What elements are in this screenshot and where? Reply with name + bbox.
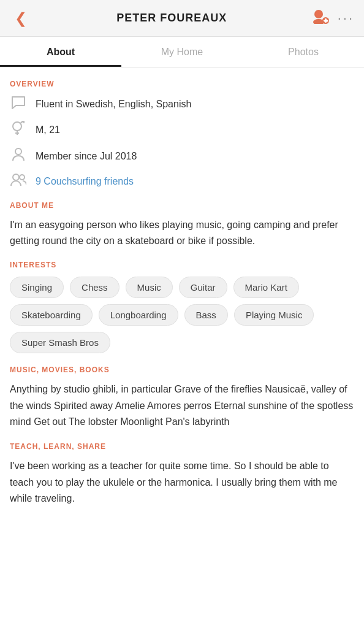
tab-my-home[interactable]: My Home — [121, 37, 243, 67]
svg-point-6 — [13, 122, 21, 131]
interest-tag[interactable]: Bass — [184, 304, 228, 326]
profile-icon — [10, 147, 27, 165]
interest-tag[interactable]: Playing Music — [234, 304, 314, 326]
member-since-text: Member since Jul 2018 — [36, 151, 137, 162]
music-movies-books-text: Anything by studio ghibli, in particular… — [10, 381, 354, 430]
languages-text: Fluent in Swedish, English, Spanish — [36, 99, 191, 110]
teach-learn-share-label: TEACH, LEARN, SHARE — [10, 442, 354, 451]
add-friend-button[interactable] — [312, 9, 329, 28]
interest-tag[interactable]: Super Smash Bros — [10, 332, 110, 353]
speech-bubble-icon — [10, 96, 27, 112]
about-me-section-label: ABOUT ME — [10, 201, 354, 210]
friends-icon — [10, 174, 27, 189]
gender-age-text: M, 21 — [36, 124, 60, 136]
interest-tag[interactable]: Singing — [10, 277, 64, 298]
interest-tag[interactable]: Chess — [70, 277, 119, 298]
overview-section-label: OVERVIEW — [10, 80, 354, 88]
more-options-button[interactable]: ··· — [338, 10, 354, 26]
back-button[interactable]: ❮ — [10, 7, 32, 29]
tab-photos[interactable]: Photos — [243, 37, 364, 67]
member-since-item: Member since Jul 2018 — [10, 147, 354, 165]
friends-item: 9 Couchsurfing friends — [10, 174, 354, 189]
music-movies-books-label: MUSIC, MOVIES, BOOKS — [10, 366, 354, 374]
svg-point-12 — [15, 148, 21, 155]
interest-tag[interactable]: Music — [126, 277, 173, 298]
gender-icon — [10, 121, 27, 139]
interests-tags: SingingChessMusicGuitarMario KartSkatebo… — [10, 277, 354, 353]
tab-about[interactable]: About — [0, 37, 121, 67]
interests-section-label: INTERESTS — [10, 261, 354, 269]
svg-point-4 — [316, 11, 322, 17]
app-header: ❮ PETER FOUREAUX ··· — [0, 0, 364, 37]
header-actions: ··· — [312, 9, 354, 28]
about-me-text: I'm an easygoing person who likes playin… — [10, 217, 354, 248]
gender-age-item: M, 21 — [10, 121, 354, 139]
languages-item: Fluent in Swedish, English, Spanish — [10, 96, 354, 112]
interest-tag[interactable]: Longboarding — [99, 304, 178, 326]
svg-point-14 — [20, 175, 25, 180]
interest-tag[interactable]: Skateboarding — [10, 304, 93, 326]
teach-learn-share-text: I've been working as a teacher for quite… — [10, 458, 354, 507]
profile-name: PETER FOUREAUX — [32, 12, 312, 25]
interest-tag[interactable]: Guitar — [179, 277, 227, 298]
svg-point-13 — [13, 174, 19, 180]
tab-bar: About My Home Photos — [0, 37, 364, 67]
friends-text[interactable]: 9 Couchsurfing friends — [36, 176, 134, 187]
interest-tag[interactable]: Mario Kart — [233, 277, 299, 298]
profile-content: OVERVIEW Fluent in Swedish, English, Spa… — [0, 80, 364, 507]
